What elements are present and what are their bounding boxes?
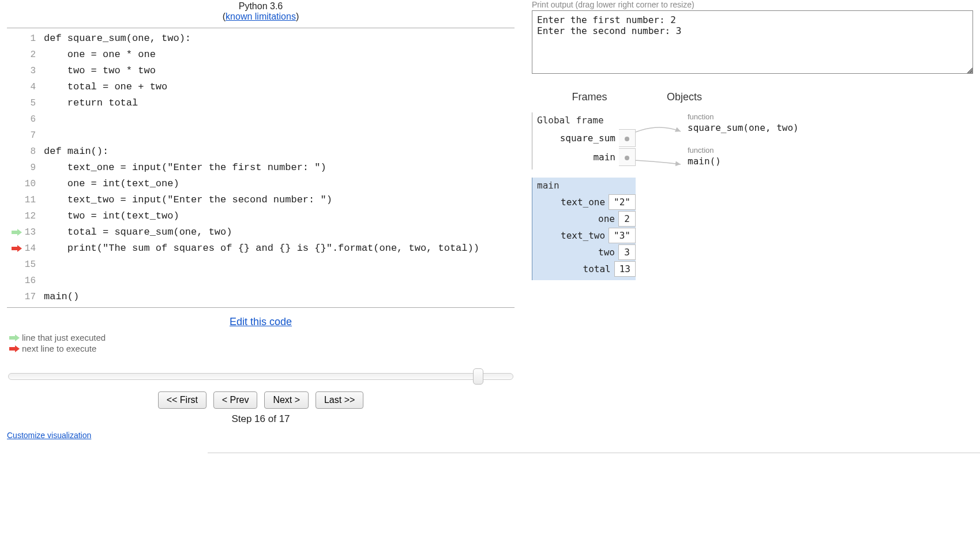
customize-visualization-link[interactable]: Customize visualization <box>7 431 91 440</box>
language-header: Python 3.6 (known limitations) <box>7 0 515 23</box>
main-frame: main text_one"2"one2text_two"3"two3total… <box>532 178 636 280</box>
code-line: 9 text_one = input("Enter the first numb… <box>7 160 515 176</box>
var-value: 13 <box>614 261 636 277</box>
frame-title: Global frame <box>537 115 636 126</box>
frame-variable: main <box>537 148 636 166</box>
language-name: Python 3.6 <box>239 1 283 11</box>
arrow-green-icon <box>9 334 20 341</box>
line-number: 6 <box>24 111 44 127</box>
line-number: 5 <box>24 95 44 111</box>
code-line: 10 one = int(text_one) <box>7 176 515 192</box>
code-listing: 1def square_sum(one, two):2 one = one * … <box>7 28 515 308</box>
var-name: main <box>593 152 619 163</box>
code-text: text_one = input("Enter the first number… <box>44 160 515 176</box>
code-text: one = int(text_one) <box>44 176 515 192</box>
var-value: "3" <box>609 228 636 243</box>
line-number: 15 <box>24 257 44 273</box>
arrow-red-icon <box>9 345 20 352</box>
line-number: 14 <box>24 240 44 257</box>
objects-header: Objects <box>647 91 973 103</box>
code-line: 1def square_sum(one, two): <box>7 31 515 47</box>
var-name: square_sum <box>560 133 619 144</box>
frame-title: main <box>537 180 636 191</box>
code-line: 17main() <box>7 289 515 305</box>
frame-variable: two3 <box>537 244 636 260</box>
code-line: 6 <box>7 111 515 127</box>
var-name: text_two <box>561 230 609 241</box>
line-number: 1 <box>24 31 44 47</box>
code-line: 16 <box>7 273 515 289</box>
next-button[interactable]: Next > <box>264 391 309 409</box>
code-text: two = two * two <box>44 63 515 79</box>
global-frame: Global frame square_summain <box>532 112 636 169</box>
line-number: 9 <box>24 160 44 176</box>
code-text: def main(): <box>44 144 515 160</box>
first-button[interactable]: << First <box>158 391 206 409</box>
line-number: 2 <box>24 47 44 63</box>
code-line: 5 return total <box>7 95 515 111</box>
print-output-text: Enter the first number: 2 Enter the seco… <box>537 14 681 36</box>
code-text: return total <box>44 95 515 111</box>
code-line: 7 <box>7 127 515 144</box>
code-line: 14 print("The sum of squares of {} and {… <box>7 240 515 257</box>
code-line: 15 <box>7 257 515 273</box>
code-line: 4 total = one + two <box>7 79 515 95</box>
edit-code-link[interactable]: Edit this code <box>230 316 292 327</box>
code-text: def square_sum(one, two): <box>44 31 515 47</box>
legend-next-line: next line to execute <box>7 344 515 353</box>
line-number: 3 <box>24 63 44 79</box>
line-number: 11 <box>24 192 44 208</box>
line-number: 4 <box>24 79 44 95</box>
frame-variable: total13 <box>537 261 636 277</box>
step-slider[interactable] <box>7 370 515 381</box>
code-text: total = square_sum(one, two) <box>44 224 515 240</box>
code-line: 2 one = one * one <box>7 47 515 63</box>
slider-thumb[interactable] <box>473 368 483 385</box>
code-text: print("The sum of squares of {} and {} i… <box>44 240 515 257</box>
var-value-pointer <box>619 129 636 147</box>
var-value: 3 <box>618 244 636 260</box>
line-number: 8 <box>24 144 44 160</box>
code-text: two = int(text_two) <box>44 208 515 224</box>
heap-object: functionsquare_sum(one, two) <box>688 112 973 133</box>
code-line: 12 two = int(text_two) <box>7 208 515 224</box>
code-text: main() <box>44 289 515 305</box>
resize-handle-icon[interactable] <box>966 66 973 74</box>
last-button[interactable]: Last >> <box>316 391 363 409</box>
code-line: 11 text_two = input("Enter the second nu… <box>7 192 515 208</box>
code-text: total = one + two <box>44 79 515 95</box>
object-repr: square_sum(one, two) <box>688 122 973 133</box>
object-type-label: function <box>688 112 973 121</box>
line-number: 7 <box>24 127 44 144</box>
arrow-just-executed-icon <box>12 229 22 236</box>
var-name: one <box>598 213 618 224</box>
bottom-divider <box>208 453 980 453</box>
step-label: Step 16 of 17 <box>7 413 515 425</box>
legend-just-executed: line that just executed <box>7 333 515 342</box>
line-number: 17 <box>24 289 44 305</box>
line-number: 10 <box>24 176 44 192</box>
frames-header: Frames <box>532 91 647 103</box>
line-number: 12 <box>24 208 44 224</box>
var-name: two <box>598 247 618 258</box>
frame-variable: one2 <box>537 211 636 227</box>
var-name: text_one <box>561 197 609 208</box>
heap-object: functionmain() <box>688 146 973 167</box>
code-line: 8def main(): <box>7 144 515 160</box>
print-output-box[interactable]: Enter the first number: 2 Enter the seco… <box>532 10 973 74</box>
var-value: 2 <box>618 211 636 227</box>
prev-button[interactable]: < Prev <box>213 391 258 409</box>
pointer-dot-icon <box>625 156 629 160</box>
object-repr: main() <box>688 156 973 167</box>
code-line: 13 total = square_sum(one, two) <box>7 224 515 240</box>
var-name: total <box>583 263 614 274</box>
code-line: 3 two = two * two <box>7 63 515 79</box>
known-limitations-link[interactable]: known limitations <box>226 12 296 21</box>
var-value: "2" <box>609 194 636 210</box>
arrow-next-line-icon <box>12 245 22 252</box>
frame-variable: text_two"3" <box>537 228 636 243</box>
frame-variable: text_one"2" <box>537 194 636 210</box>
var-value-pointer <box>619 148 636 166</box>
code-text: one = one * one <box>44 47 515 63</box>
line-number: 13 <box>24 224 44 240</box>
